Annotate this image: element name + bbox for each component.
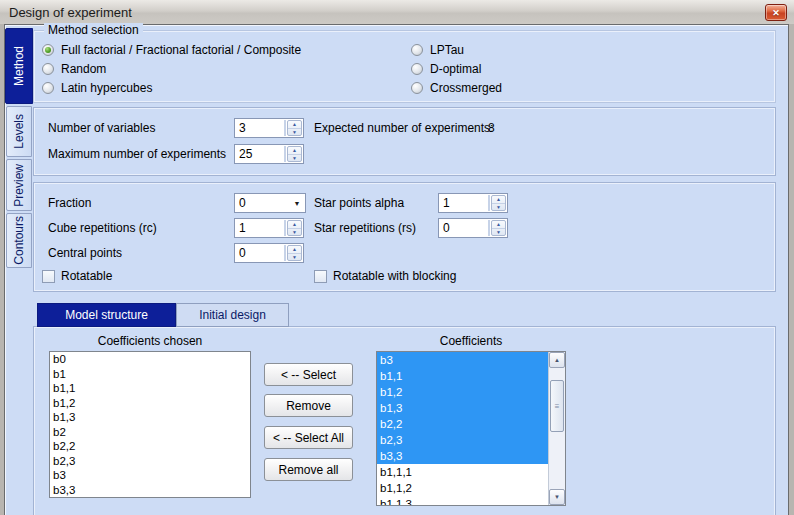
tab-model-structure-label: Model structure (65, 308, 148, 322)
list-item[interactable]: b1,1,3 (377, 496, 548, 505)
number-of-variables-value[interactable]: 3 (235, 119, 284, 137)
spin-down-button[interactable]: ▼ (288, 254, 301, 261)
rotatable-label: Rotatable (61, 269, 112, 283)
cube-repetitions-value[interactable]: 1 (235, 219, 284, 237)
tab-model-structure[interactable]: Model structure (37, 303, 176, 327)
tab-method[interactable]: Method (5, 28, 33, 104)
spin-down-button[interactable]: ▼ (288, 155, 301, 162)
expected-experiments-label: Expected number of experiments: (314, 118, 493, 138)
spin-up-button[interactable]: ▲ (492, 196, 505, 204)
radio-icon (411, 63, 423, 75)
scroll-up-button[interactable]: ▲ (549, 352, 565, 368)
select-all-button[interactable]: < -- Select All (264, 426, 353, 449)
scrollbar-thumb[interactable]: ≡ (550, 380, 564, 432)
list-item[interactable]: b1,2 (50, 396, 250, 411)
radio-lptau[interactable]: LPTau (411, 40, 502, 59)
max-experiments-spinner[interactable]: 25 ▲ ▼ (234, 144, 304, 164)
list-item[interactable]: b3 (377, 352, 548, 368)
spinner-buttons: ▲ ▼ (287, 146, 302, 162)
spin-up-button[interactable]: ▲ (288, 147, 301, 155)
spinner-buttons: ▲ ▼ (287, 120, 302, 136)
spin-up-icon: ▲ (496, 221, 501, 227)
tab-preview[interactable]: Preview (6, 159, 32, 211)
radio-d-optimal[interactable]: D-optimal (411, 59, 502, 78)
list-item[interactable]: b1,1 (377, 368, 548, 384)
close-icon: ✕ (772, 8, 780, 18)
coefficients-list[interactable]: b3b1,1b1,2b1,3b2,2b2,3b3,3b1,1,1b1,1,2b1… (377, 352, 548, 505)
spin-up-button[interactable]: ▲ (288, 246, 301, 254)
list-item[interactable]: b1,2 (377, 384, 548, 400)
max-experiments-value[interactable]: 25 (235, 145, 284, 163)
spin-up-button[interactable]: ▲ (288, 221, 301, 229)
tab-contours[interactable]: Contours (6, 213, 32, 268)
coefficients-scrollbar[interactable]: ▲ ≡ ▼ (548, 352, 565, 505)
scroll-down-button[interactable]: ▼ (549, 489, 565, 505)
rotatable-blocking-checkbox-row[interactable]: Rotatable with blocking (314, 269, 456, 283)
list-item[interactable]: b1,1,1 (377, 464, 548, 480)
close-button[interactable]: ✕ (765, 4, 787, 21)
radio-random[interactable]: Random (42, 59, 301, 78)
list-item[interactable]: b3,3 (377, 448, 548, 464)
star-alpha-spinner[interactable]: 1 ▲ ▼ (438, 193, 508, 213)
remove-all-button[interactable]: Remove all (264, 458, 353, 481)
spin-down-icon: ▼ (292, 254, 297, 260)
radio-crossmerged-label: Crossmerged (430, 81, 502, 95)
tab-levels[interactable]: Levels (6, 106, 32, 157)
radio-latin-hypercubes[interactable]: Latin hypercubes (42, 78, 301, 97)
spin-down-button[interactable]: ▼ (288, 229, 301, 236)
spinner-separator (488, 220, 490, 236)
tab-levels-label: Levels (12, 114, 26, 149)
list-item[interactable]: b1,1 (50, 381, 250, 396)
radio-random-label: Random (61, 62, 106, 76)
list-item[interactable]: b1 (50, 367, 250, 382)
list-item[interactable]: b0 (50, 352, 250, 367)
list-item[interactable]: b1,3 (377, 400, 548, 416)
list-item[interactable]: b2,2 (377, 416, 548, 432)
list-item[interactable]: b2,3 (50, 454, 250, 469)
rotatable-blocking-checkbox[interactable] (314, 270, 327, 283)
spin-up-icon: ▲ (496, 196, 501, 202)
remove-button[interactable]: Remove (264, 394, 353, 417)
spin-down-icon: ▼ (496, 229, 501, 235)
cube-repetitions-spinner[interactable]: 1 ▲ ▼ (234, 218, 304, 238)
star-repetitions-spinner[interactable]: 0 ▲ ▼ (438, 218, 508, 238)
spin-up-button[interactable]: ▲ (492, 221, 505, 229)
list-item[interactable]: b3,3 (50, 483, 250, 498)
spin-down-icon: ▼ (292, 129, 297, 135)
number-of-variables-spinner[interactable]: 3 ▲ ▼ (234, 118, 304, 138)
list-item[interactable]: b2,3 (377, 432, 548, 448)
star-repetitions-value[interactable]: 0 (439, 219, 488, 237)
tab-initial-design[interactable]: Initial design (176, 303, 289, 327)
star-alpha-value[interactable]: 1 (439, 194, 488, 212)
combo-dropdown-icon[interactable]: ▼ (289, 200, 305, 207)
scroll-up-icon: ▲ (554, 357, 560, 363)
method-right-options: LPTau D-optimal Crossmerged (411, 40, 502, 97)
list-item[interactable]: b2,2 (50, 439, 250, 454)
radio-icon (42, 82, 54, 94)
scroll-down-icon: ▼ (554, 494, 560, 500)
radio-icon (411, 44, 423, 56)
select-button[interactable]: < -- Select (264, 363, 353, 386)
central-points-value[interactable]: 0 (235, 244, 284, 262)
spin-down-button[interactable]: ▼ (288, 129, 301, 136)
fraction-select[interactable]: 0 ▼ (234, 193, 306, 213)
radio-crossmerged[interactable]: Crossmerged (411, 78, 502, 97)
rotatable-checkbox-row[interactable]: Rotatable (42, 269, 112, 283)
radio-full-factorial[interactable]: Full factorial / Fractional factorial / … (42, 40, 301, 59)
spin-down-button[interactable]: ▼ (492, 204, 505, 211)
coefficients-chosen-list[interactable]: b0b1b1,1b1,2b1,3b2b2,2b2,3b3b3,3 (49, 351, 251, 498)
list-item[interactable]: b3 (50, 468, 250, 483)
spin-down-button[interactable]: ▼ (492, 229, 505, 236)
list-item[interactable]: b2 (50, 425, 250, 440)
spin-up-icon: ▲ (292, 121, 297, 127)
window-title: Design of experiment (0, 5, 132, 20)
rotatable-checkbox[interactable] (42, 270, 55, 283)
spin-up-icon: ▲ (292, 221, 297, 227)
list-item[interactable]: b1,1,2 (377, 480, 548, 496)
spin-up-button[interactable]: ▲ (288, 121, 301, 129)
spinner-separator (284, 220, 286, 236)
central-points-spinner[interactable]: 0 ▲ ▼ (234, 243, 304, 263)
method-selection-group: Method selection Full factorial / Fracti… (33, 30, 776, 103)
list-item[interactable]: b1,3 (50, 410, 250, 425)
title-bar: Design of experiment ✕ (0, 0, 794, 24)
